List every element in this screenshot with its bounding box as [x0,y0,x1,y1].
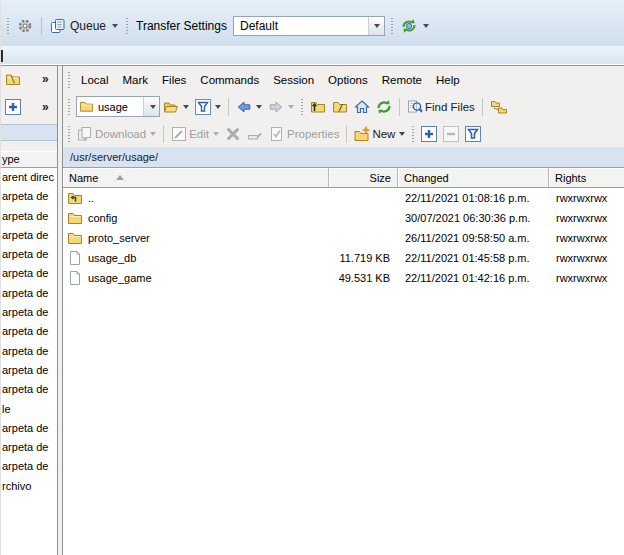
toolbar-overflow-chevron[interactable]: » [42,100,49,114]
application-toolbar-lower-band [1,46,624,64]
local-row-fragment[interactable]: arpeta de [1,303,57,322]
local-type-column-header[interactable]: ype [1,151,57,168]
local-drive-button[interactable]: \ [5,71,21,90]
local-row-fragment[interactable]: arpeta de [1,380,57,399]
root-directory-button[interactable]: / [329,97,351,117]
toolbar-grip[interactable] [68,126,70,142]
local-row-fragment[interactable]: arpeta de [1,226,57,245]
local-row-fragment[interactable]: arpeta de [1,245,57,264]
menu-bar: LocalMarkFilesCommandsSessionOptionsRemo… [63,66,624,93]
local-row-fragment[interactable]: arpeta de [1,342,57,361]
root-folder-icon: / [332,99,348,115]
synchronize-directories-button[interactable] [487,97,511,117]
toolbar-overflow-chevron[interactable]: » [42,72,49,86]
local-row-fragment[interactable]: arpeta de [1,264,57,283]
back-button[interactable] [233,97,265,117]
synchronize-browsing-button[interactable] [397,16,433,36]
chevron-down-icon [183,105,189,109]
column-header-changed[interactable]: Changed [398,168,549,187]
forward-button[interactable] [265,97,297,117]
sync-folders-icon [490,99,508,115]
menu-mark[interactable]: Mark [116,70,156,90]
table-row[interactable]: proto_server26/11/2021 09:58:50 a.m.rwxr… [63,228,624,248]
toolbar-grip[interactable] [412,126,414,142]
local-row-fragment[interactable]: arpeta de [1,207,57,226]
edit-button[interactable]: Edit [168,124,222,144]
folder-up-icon [310,99,326,115]
download-button[interactable]: Download [74,124,159,144]
filter-toggle-button[interactable] [462,124,484,144]
open-directory-button[interactable] [160,97,192,117]
column-header-size[interactable]: Size [329,168,398,187]
local-row-fragment[interactable]: arpeta de [1,438,57,457]
table-row[interactable]: usage_db11.719 KB22/11/2021 01:45:58 p.m… [63,248,624,268]
new-button[interactable]: New [351,124,408,144]
local-row-fragment[interactable]: arpeta de [1,419,57,438]
parent-directory-button[interactable] [307,97,329,117]
file-rights: rwxrwxrwx [549,212,624,224]
toolbar-grip[interactable] [68,72,70,88]
remote-path-bar[interactable]: /usr/server/usage/ [63,147,624,168]
properties-button[interactable]: Properties [266,124,342,144]
combo-dropdown-button[interactable] [143,97,159,116]
column-header-name[interactable]: Name [63,168,329,187]
local-row-fragment[interactable]: arpeta de [1,187,57,206]
menu-options[interactable]: Options [321,70,375,90]
preferences-button[interactable] [13,16,37,36]
local-row-fragment[interactable]: arent direc [1,168,57,187]
file-changed: 22/11/2021 01:08:16 p.m. [398,192,549,204]
toolbar-grip[interactable] [68,99,70,115]
local-add-button[interactable] [5,99,21,117]
file-changed: 22/11/2021 01:42:16 p.m. [398,272,549,284]
menu-session[interactable]: Session [266,70,321,90]
local-row-fragment[interactable]: arpeta de [1,322,57,341]
local-row-fragment[interactable]: arpeta de [1,457,57,476]
plus-icon [421,126,437,142]
file-table-header: Name Size Changed Rights [63,168,624,188]
chevron-down-icon [150,132,156,136]
home-directory-button[interactable] [351,97,373,117]
collapse-button[interactable] [440,124,462,144]
drive-folder-icon: \ [5,71,21,87]
minus-icon [443,126,459,142]
queue-button[interactable]: Queue [46,16,122,36]
application-toolbar-controls: Queue Transfer Settings Default [1,0,624,46]
toolbar-grip[interactable] [301,99,303,115]
transfer-settings-select[interactable]: Default [233,16,385,36]
address-toolbar: usage [63,93,624,120]
remote-file-list: ..22/11/2021 01:08:16 p.m.rwxrwxrwxconfi… [63,188,624,555]
refresh-button[interactable] [373,97,395,117]
expand-button[interactable] [418,124,440,144]
toolbar-grip[interactable] [126,18,128,34]
winscp-window: Queue Transfer Settings Default [0,0,624,555]
local-row-fragment[interactable]: arpeta de [1,361,57,380]
file-size: 49.531 KB [329,272,398,284]
table-row[interactable]: config30/07/2021 06:30:36 p.m.rwxrwxrwx [63,208,624,228]
file-rights: rwxrwxrwx [549,192,624,204]
chevron-down-icon [215,105,221,109]
menu-remote[interactable]: Remote [375,70,429,90]
combo-dropdown-button[interactable] [368,17,384,35]
file-name-cell: usage_game [63,270,329,286]
remote-directory-select[interactable]: usage [76,96,160,117]
table-row[interactable]: ..22/11/2021 01:08:16 p.m.rwxrwxrwx [63,188,624,208]
local-row-fragment[interactable]: rchivo [1,477,57,496]
delete-button[interactable] [222,124,244,144]
toolbar-grip[interactable] [391,18,393,34]
column-header-rights[interactable]: Rights [549,168,624,187]
edit-label: Edit [189,128,209,140]
filter-button[interactable] [192,97,224,117]
file-icon [67,250,83,266]
toolbar-grip[interactable] [7,18,9,34]
menu-commands[interactable]: Commands [193,70,266,90]
local-row-fragment[interactable]: arpeta de [1,284,57,303]
local-row-fragment[interactable]: le [1,400,57,419]
find-files-button[interactable]: Find Files [404,97,478,117]
local-path-bar[interactable] [1,124,57,141]
menu-files[interactable]: Files [155,70,193,90]
rename-button[interactable] [244,124,266,144]
menu-help[interactable]: Help [429,70,467,90]
file-name-cell: .. [63,190,329,206]
menu-local[interactable]: Local [74,70,116,90]
table-row[interactable]: usage_game49.531 KB22/11/2021 01:42:16 p… [63,268,624,288]
